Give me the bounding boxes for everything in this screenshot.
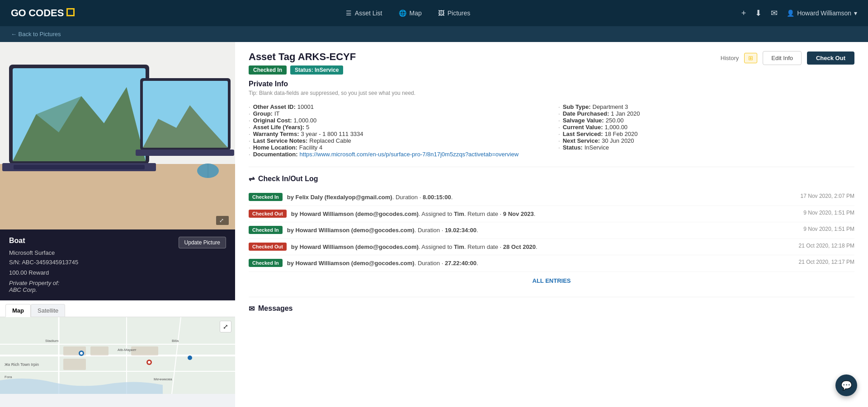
log-badge-out-2: Checked Out xyxy=(249,210,287,218)
svg-rect-9 xyxy=(14,165,145,169)
history-link[interactable]: History xyxy=(721,55,739,61)
checked-in-badge: Checked In xyxy=(249,65,287,75)
svg-text:⤢: ⤢ xyxy=(219,217,224,224)
field-sub-type: Sub Type: Department 3 xyxy=(558,103,854,110)
log-text-4: by Howard Williamson (demo@gocodes.com).… xyxy=(291,243,538,252)
main-content: ⤢ Boat Update Picture Microsoft SurfaceS… xyxy=(0,42,868,407)
all-entries-section: ALL ENTRIES xyxy=(249,272,854,290)
svg-text:Мечникова: Мечникова xyxy=(154,377,172,381)
asset-tag-title: Asset Tag ARKS-ECYF xyxy=(249,51,356,63)
nav-center: ☰ Asset List 🌐 Map 🖼 Pictures xyxy=(346,9,471,17)
documentation-link[interactable]: https://www.microsoft.com/en-us/p/surfac… xyxy=(300,151,519,158)
arrows-icon: ⇌ xyxy=(249,174,255,183)
asset-serial: Microsoft SurfaceS/N: ABC-3459345913745 xyxy=(9,248,226,267)
field-current-value: Current Value: 1,000.00 xyxy=(558,124,854,131)
nav-map[interactable]: 🌐 Map xyxy=(399,9,422,17)
image-icon: 🖼 xyxy=(438,9,444,17)
log-entry-2: Checked Out by Howard Williamson (demo@g… xyxy=(249,206,854,223)
map-card: Map Satellite xyxy=(0,300,235,394)
back-to-pictures-link[interactable]: ← Back to Pictures xyxy=(11,31,61,37)
log-entry-1: Checked In by Felix Daly (flexdalyop@gma… xyxy=(249,189,854,206)
update-picture-button[interactable]: Update Picture xyxy=(179,237,226,248)
field-asset-life: Asset Life (Years): 5 xyxy=(249,124,545,131)
svg-point-30 xyxy=(80,352,83,355)
log-badge-in-3: Checked In xyxy=(249,226,283,234)
log-date-2: 9 Nov 2020, 1:51 PM xyxy=(803,210,854,216)
map-svg: Жк Rich Town Irpin Stadium Fora Atb-Марк… xyxy=(0,317,235,394)
map-expand-button[interactable]: ⤢ xyxy=(220,321,231,332)
log-text-2: by Howard Williamson (demo@gocodes.com).… xyxy=(291,210,536,219)
messages-title: ✉ Messages xyxy=(249,304,854,313)
log-badge-in-1: Checked In xyxy=(249,193,283,201)
map-container: Жк Rich Town Irpin Stadium Fora Atb-Марк… xyxy=(0,317,235,394)
private-info-right: Sub Type: Department 3 Date Purchased: 1… xyxy=(558,103,854,158)
all-entries-link[interactable]: ALL ENTRIES xyxy=(533,277,571,284)
log-text-5: by Howard Williamson (demo@gocodes.com).… xyxy=(287,259,478,268)
asset-image-container: ⤢ xyxy=(0,42,235,229)
messages-section: ✉ Messages xyxy=(249,297,854,313)
private-info-hint: Tip: Blank data-fields are suppressed, s… xyxy=(249,90,854,96)
asset-info-card: Boat Update Picture Microsoft SurfaceS/N… xyxy=(0,229,235,300)
back-bar: ← Back to Pictures xyxy=(0,26,868,42)
log-date-5: 21 Oct 2020, 12:17 PM xyxy=(799,259,854,265)
right-panel: Asset Tag ARKS-ECYF Checked In Status: I… xyxy=(235,42,868,407)
asset-title-section: Asset Tag ARKS-ECYF Checked In Status: I… xyxy=(249,51,356,75)
log-entry-5: Checked In by Howard Williamson (demo@go… xyxy=(249,255,854,272)
logo-icon xyxy=(66,8,75,16)
log-text-3: by Howard Williamson (demo@gocodes.com).… xyxy=(287,226,478,235)
svg-point-33 xyxy=(188,356,192,360)
svg-point-32 xyxy=(148,361,151,364)
log-date-4: 21 Oct 2020, 12:18 PM xyxy=(799,243,854,249)
field-other-asset-id: Other Asset ID: 10001 xyxy=(249,103,545,110)
asset-image-svg: ⤢ xyxy=(0,42,235,229)
asset-reward: 100.00 Reward xyxy=(9,269,226,276)
checkout-button[interactable]: Check Out xyxy=(807,51,854,65)
chat-bubble-button[interactable]: 💬 xyxy=(835,374,857,396)
list-icon: ☰ xyxy=(346,9,352,17)
field-home-location: Home Location: Facility 4 xyxy=(249,144,545,151)
map-tab-satellite[interactable]: Satellite xyxy=(31,304,65,317)
mail-button[interactable]: ✉ xyxy=(771,8,778,18)
field-status: Status: InService xyxy=(558,144,854,151)
user-menu[interactable]: 👤 Howard Williamson ▾ xyxy=(787,9,857,17)
asset-private-property: Private Property of:ABC Corp. xyxy=(9,280,226,293)
history-icon[interactable]: ⊞ xyxy=(744,53,757,63)
field-next-service: Next Service: 30 Jun 2020 xyxy=(558,137,854,144)
svg-text:Atb-Маркет: Atb-Маркет xyxy=(118,348,137,352)
navbar: GO CODES ☰ Asset List 🌐 Map 🖼 Pictures +… xyxy=(0,0,868,26)
logo-text: GO xyxy=(11,7,26,19)
field-group: Group: IT xyxy=(249,110,545,117)
checkinout-log-section: ⇌ Check In/Out Log Checked In by Felix D… xyxy=(249,167,854,290)
svg-text:Fora: Fora xyxy=(5,375,12,379)
asset-header: Asset Tag ARKS-ECYF Checked In Status: I… xyxy=(249,51,854,75)
field-warranty: Warranty Terms: 3 year - 1 800 111 3334 xyxy=(249,131,545,137)
field-documentation: Documentation: https://www.microsoft.com… xyxy=(249,151,545,158)
log-badge-out-4: Checked Out xyxy=(249,243,287,251)
add-button[interactable]: + xyxy=(741,9,746,18)
download-button[interactable]: ⬇ xyxy=(755,8,762,18)
log-entry-4: Checked Out by Howard Williamson (demo@g… xyxy=(249,239,854,256)
chevron-down-icon: ▾ xyxy=(854,9,857,17)
asset-badges: Checked In Status: InService xyxy=(249,65,356,75)
header-actions: History ⊞ Edit Info Check Out xyxy=(721,51,854,65)
log-title: ⇌ Check In/Out Log xyxy=(249,174,854,183)
log-text-1: by Felix Daly (flexdalyop@gmail.com). Du… xyxy=(287,193,453,202)
user-icon: 👤 xyxy=(787,9,794,17)
log-badge-in-5: Checked In xyxy=(249,259,283,267)
svg-rect-27 xyxy=(63,359,86,370)
globe-icon: 🌐 xyxy=(399,9,406,17)
nav-asset-list[interactable]: ☰ Asset List xyxy=(346,9,382,17)
log-date-1: 17 Nov 2020, 2:07 PM xyxy=(801,193,854,199)
private-info-section: Private Info Tip: Blank data-fields are … xyxy=(249,80,854,158)
map-tabs: Map Satellite xyxy=(0,300,235,317)
svg-text:Stadium: Stadium xyxy=(45,339,59,343)
private-info-title: Private Info xyxy=(249,80,854,88)
svg-text:Жк Rich Town Irpin: Жк Rich Town Irpin xyxy=(5,362,39,367)
map-tab-map[interactable]: Map xyxy=(5,304,31,317)
field-date-purchased: Date Purchased: 1 Jan 2020 xyxy=(558,110,854,117)
asset-display-name: Boat xyxy=(9,237,25,245)
edit-info-button[interactable]: Edit Info xyxy=(763,51,802,65)
left-panel: ⤢ Boat Update Picture Microsoft SurfaceS… xyxy=(0,42,235,407)
logo[interactable]: GO CODES xyxy=(11,7,75,19)
nav-pictures[interactable]: 🖼 Pictures xyxy=(438,9,471,17)
